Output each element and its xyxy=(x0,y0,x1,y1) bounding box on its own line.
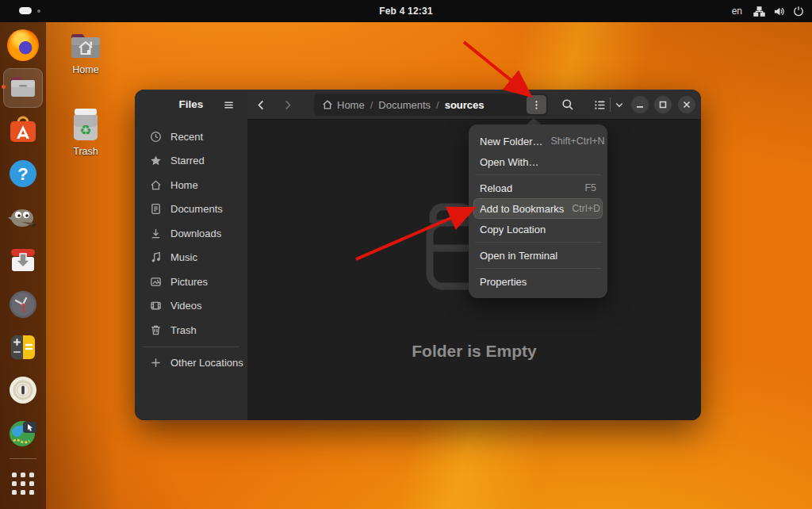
sidebar-item-other-locations[interactable]: Other Locations xyxy=(138,351,244,376)
path-separator: / xyxy=(436,99,439,111)
recent-icon xyxy=(150,131,162,143)
button-divider xyxy=(610,98,611,112)
minimize-button[interactable] xyxy=(631,96,649,113)
menu-item-label: Open in Terminal xyxy=(480,250,557,262)
sidebar-item-home[interactable]: Home xyxy=(138,173,244,197)
menu-item-new-folder[interactable]: New Folder… Shift+Ctrl+N xyxy=(473,131,603,151)
sidebar-item-label: Other Locations xyxy=(170,357,243,369)
dock-show-applications[interactable] xyxy=(12,473,44,504)
network-icon[interactable] xyxy=(753,6,765,17)
chevron-down-icon xyxy=(615,100,624,109)
dock-browser[interactable] xyxy=(7,417,39,449)
menu-separator xyxy=(475,174,601,175)
menu-item-shortcut: Shift+Ctrl+N xyxy=(550,136,604,147)
sidebar-item-trash[interactable]: Trash xyxy=(138,318,244,343)
sidebar-item-label: Starred xyxy=(170,155,205,166)
dock-files[interactable] xyxy=(7,71,39,103)
desktop-icon-home[interactable]: Home xyxy=(63,29,108,75)
path-segment-documents[interactable]: Documents xyxy=(378,99,431,111)
sidebar-item-label: Home xyxy=(170,179,198,191)
forward-button[interactable] xyxy=(278,95,297,114)
header-bar: Files Home / Documents / sources xyxy=(135,90,701,120)
dock-running-indicator xyxy=(2,85,6,89)
menu-item-shortcut: F5 xyxy=(584,182,596,193)
sidebar-item-documents[interactable]: Documents xyxy=(138,197,244,222)
menu-item-properties[interactable]: Properties xyxy=(473,271,603,292)
svg-text:♻: ♻ xyxy=(79,122,91,138)
menu-separator xyxy=(475,268,601,269)
sidebar-item-label: Music xyxy=(170,251,197,263)
star-icon xyxy=(150,155,162,166)
hamburger-icon xyxy=(223,99,235,111)
menu-item-reload[interactable]: Reload F5 xyxy=(473,178,603,198)
menu-item-open-in-terminal[interactable]: Open in Terminal xyxy=(473,245,603,266)
dock-clocks[interactable] xyxy=(7,289,39,320)
search-button[interactable] xyxy=(558,95,577,114)
gimp-icon xyxy=(7,201,39,232)
dock-gimp[interactable] xyxy=(7,201,39,232)
top-bar: Feb 4 12:31 en xyxy=(0,0,812,22)
view-options-button[interactable] xyxy=(588,94,630,115)
menu-item-label: Open With… xyxy=(480,156,538,168)
dock-help[interactable]: ? xyxy=(7,158,39,189)
clock[interactable]: Feb 4 12:31 xyxy=(0,6,812,17)
menu-item-label: Copy Location xyxy=(480,224,546,235)
power-icon[interactable] xyxy=(793,6,804,17)
close-icon xyxy=(683,101,691,109)
menu-item-open-with[interactable]: Open With… xyxy=(473,151,603,172)
maximize-button[interactable] xyxy=(654,96,672,113)
home-icon xyxy=(150,179,162,191)
sidebar-item-recent[interactable]: Recent xyxy=(138,124,244,149)
menu-item-add-to-bookmarks[interactable]: Add to Bookmarks Ctrl+D xyxy=(473,198,603,219)
sidebar-item-pictures[interactable]: Pictures xyxy=(138,270,244,294)
list-view-icon xyxy=(594,99,606,111)
desktop-icon-trash[interactable]: ♻ Trash xyxy=(63,106,108,157)
path-separator: / xyxy=(370,99,373,111)
path-segment-home[interactable]: Home xyxy=(337,99,365,111)
maximize-icon xyxy=(659,101,667,109)
home-folder-icon xyxy=(63,29,108,61)
menu-item-shortcut: Ctrl+D xyxy=(572,203,600,214)
help-icon: ? xyxy=(7,158,39,189)
sidebar-menu-button[interactable] xyxy=(219,95,238,114)
sidebar-item-label: Videos xyxy=(170,300,202,312)
path-segment-current: sources xyxy=(445,99,485,111)
menu-item-copy-location[interactable]: Copy Location xyxy=(473,219,603,239)
sidebar-item-starred[interactable]: Starred xyxy=(138,149,244,174)
sidebar-item-downloads[interactable]: Downloads xyxy=(138,221,244,246)
search-icon xyxy=(561,98,574,111)
dock-ubuntu-software[interactable] xyxy=(7,115,39,147)
path-bar[interactable]: Home / Documents / sources xyxy=(314,94,548,116)
system-tray[interactable]: en xyxy=(732,0,804,22)
minimize-icon xyxy=(636,101,644,109)
keyboard-layout-indicator[interactable]: en xyxy=(732,6,742,17)
calculator-icon xyxy=(7,331,39,363)
trash-icon xyxy=(150,324,162,336)
sidebar-item-label: Pictures xyxy=(170,276,208,288)
dock: ? xyxy=(0,22,46,509)
video-icon xyxy=(150,300,162,312)
sidebar-item-label: Documents xyxy=(170,203,223,215)
dock-firefox[interactable] xyxy=(7,29,39,61)
back-button[interactable] xyxy=(251,95,270,114)
clocks-icon xyxy=(7,289,39,320)
path-menu-button[interactable] xyxy=(527,95,546,114)
chevron-right-icon xyxy=(282,99,293,111)
sidebar-item-label: Trash xyxy=(170,324,197,336)
sidebar-item-music[interactable]: Music xyxy=(138,246,244,270)
plus-icon xyxy=(150,357,162,369)
volume-icon[interactable] xyxy=(773,6,785,17)
close-button[interactable] xyxy=(678,96,695,113)
dock-calculator[interactable] xyxy=(7,331,39,363)
popover-arrow xyxy=(527,118,541,124)
menu-item-label: Add to Bookmarks xyxy=(480,203,564,215)
trash-bin-icon: ♻ xyxy=(63,106,108,143)
music-icon xyxy=(150,251,162,263)
dock-keyring[interactable] xyxy=(7,374,39,406)
picture-icon xyxy=(150,276,162,288)
show-applications-icon xyxy=(12,473,44,495)
dock-software-updater[interactable] xyxy=(7,244,39,276)
software-updater-icon xyxy=(7,244,39,276)
sidebar-item-videos[interactable]: Videos xyxy=(138,294,244,319)
svg-text:?: ? xyxy=(17,164,28,184)
